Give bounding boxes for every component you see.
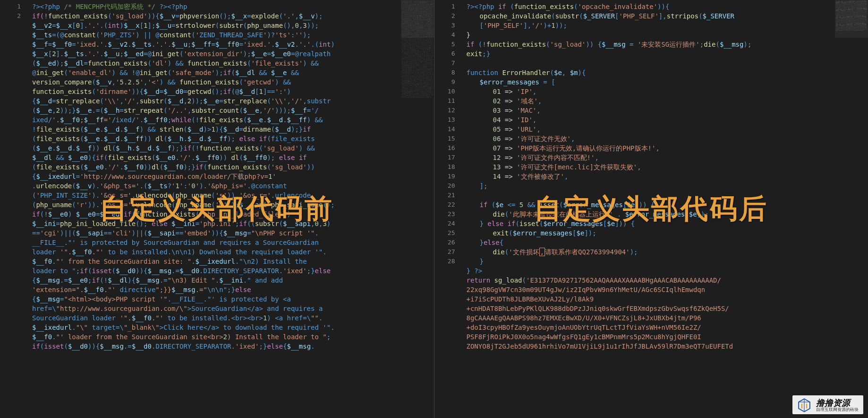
minimap-slider[interactable] — [401, 0, 434, 38]
line-number: 26 — [434, 238, 455, 247]
line-number: 4 — [434, 30, 455, 40]
line-number: 17 — [434, 153, 455, 162]
line-number: 12 — [434, 106, 455, 115]
line-number: 2 — [0, 11, 21, 21]
watermark-logo-icon — [796, 397, 812, 413]
line-number: 20 — [434, 181, 455, 191]
line-number: 15 — [434, 134, 455, 143]
line-number: 5 — [434, 40, 455, 49]
line-number: 18 — [434, 162, 455, 172]
line-number: 8 — [434, 68, 455, 77]
line-number: 14 — [434, 125, 455, 134]
line-number: 19 — [434, 172, 455, 181]
code-area-right[interactable]: ?><?php if (function_exists('opcache_inv… — [463, 0, 835, 418]
watermark-title: 撸撸资源 — [816, 398, 859, 408]
line-number: 1 — [0, 2, 21, 11]
editor-pane-left: 1 2 ?><?php /* MENCPHP代码加密系统 */ ?><?php … — [0, 0, 434, 418]
code-area-left[interactable]: ?><?php /* MENCPHP代码加密系统 */ ?><?php if(!… — [28, 0, 401, 418]
line-number: 2 — [434, 11, 455, 21]
minimap-right[interactable]: 'IP' '域名' 'MAC' 'ID' 'URL' '许可证文件无效' 'PH… — [835, 0, 868, 418]
watermark-subtitle: 自理互联网资源的砖块 — [816, 408, 859, 412]
line-number: 22 — [434, 200, 455, 209]
line-number: 21 — [434, 191, 455, 200]
editor-pane-right: 1234567891011121314151617181920212223242… — [434, 0, 868, 418]
line-number: 1 — [434, 2, 455, 11]
line-number: 11 — [434, 96, 455, 106]
line-number: 23 — [434, 209, 455, 219]
line-gutter-right: 1234567891011121314151617181920212223242… — [434, 0, 463, 418]
watermark: 撸撸资源 自理互联网资源的砖块 — [792, 395, 863, 414]
line-number: 25 — [434, 228, 455, 238]
line-number: 6 — [434, 49, 455, 59]
line-number: 9 — [434, 77, 455, 87]
line-number: 24 — [434, 219, 455, 228]
line-number: 16 — [434, 143, 455, 153]
line-number: 28 — [434, 257, 455, 266]
line-number: 10 — [434, 87, 455, 96]
line-number: 7 — [434, 59, 455, 68]
minimap-slider[interactable] — [835, 0, 868, 38]
minimap-left[interactable]: $__v2=$__x[0].'.'.(int)$__x[1];$__u=strt… — [401, 0, 434, 418]
line-number: 13 — [434, 115, 455, 125]
line-number: 27 — [434, 247, 455, 257]
line-number: 3 — [434, 21, 455, 30]
line-gutter-left: 1 2 — [0, 0, 28, 418]
